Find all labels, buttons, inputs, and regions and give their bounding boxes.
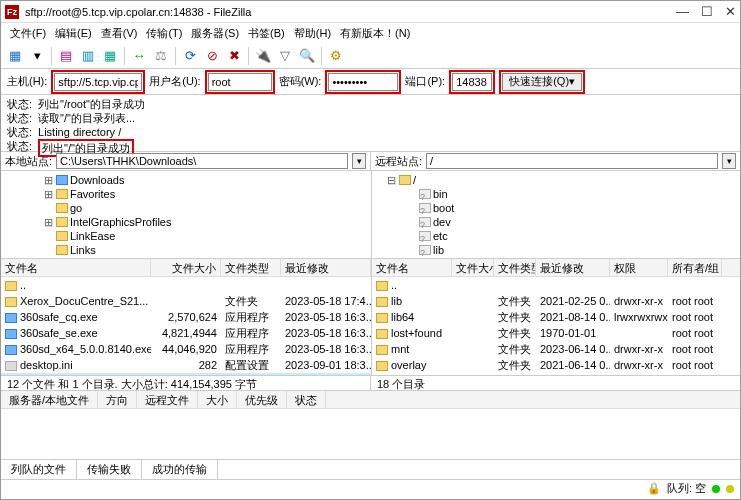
tree-item[interactable]: ⊞Favorites: [3, 187, 369, 201]
title-bar: Fz sftp://root@5.tcp.vip.cpolar.cn:14838…: [1, 1, 740, 23]
quickconnect-bar: 主机(H): 用户名(U): 密码(W): 端口(P): 快速连接(Q) ▾: [1, 69, 740, 95]
table-row[interactable]: lib文件夹2021-02-25 0...drwxr-xr-xroot root: [372, 293, 740, 309]
queue-header: 服务器/本地文件方向远程文件大小优先级状态: [1, 391, 740, 409]
remote-site-label: 远程站点:: [375, 154, 422, 169]
menu-view[interactable]: 查看(V): [98, 24, 141, 43]
toggle-tree-icon[interactable]: ▥: [78, 46, 98, 66]
local-path-dropdown[interactable]: ▾: [352, 153, 366, 169]
tab-failed[interactable]: 传输失败: [77, 460, 142, 479]
tree-item[interactable]: ⊞Downloads: [3, 173, 369, 187]
site-manager-icon[interactable]: ▦: [5, 46, 25, 66]
table-row[interactable]: lib64文件夹2021-08-14 0...lrwxrwxrwxroot ro…: [372, 309, 740, 325]
lock-icon: 🔒: [647, 482, 661, 495]
reconnect-icon[interactable]: 🔌: [253, 46, 273, 66]
remote-path-dropdown[interactable]: ▾: [722, 153, 736, 169]
table-row[interactable]: Xerox_DocuCentre_S21...文件夹2023-05-18 17:…: [1, 293, 371, 309]
remote-file-list[interactable]: ..lib文件夹2021-02-25 0...drwxr-xr-xroot ro…: [372, 277, 740, 375]
port-input[interactable]: [452, 73, 492, 91]
tree-item[interactable]: Links: [3, 243, 369, 257]
log-line: 读取"/"的目录列表...: [38, 111, 135, 125]
local-file-list[interactable]: ..Xerox_DocuCentre_S21...文件夹2023-05-18 1…: [1, 277, 371, 375]
menu-edit[interactable]: 编辑(E): [52, 24, 95, 43]
stop-icon[interactable]: ⊘: [202, 46, 222, 66]
sync-icon[interactable]: ↔: [129, 46, 149, 66]
table-row[interactable]: ..: [372, 277, 740, 293]
menu-bar: 文件(F) 编辑(E) 查看(V) 传输(T) 服务器(S) 书签(B) 帮助(…: [1, 23, 740, 43]
disconnect-icon[interactable]: ✖: [224, 46, 244, 66]
menu-server[interactable]: 服务器(S): [188, 24, 242, 43]
window-title: sftp://root@5.tcp.vip.cpolar.cn:14838 - …: [25, 6, 676, 18]
table-row[interactable]: overlay文件夹2021-06-14 0...drwxr-xr-xroot …: [372, 357, 740, 373]
tree-item[interactable]: LinkEase: [3, 229, 369, 243]
settings-icon[interactable]: ⚙: [326, 46, 346, 66]
dropdown-icon[interactable]: ▾: [27, 46, 47, 66]
menu-update[interactable]: 有新版本！(N): [337, 24, 413, 43]
status-bar: 🔒 队列: 空: [1, 479, 740, 497]
host-label: 主机(H):: [7, 74, 47, 89]
tree-item[interactable]: ?boot: [374, 201, 738, 215]
table-row[interactable]: mnt文件夹2023-06-14 0...drwxr-xr-xroot root: [372, 341, 740, 357]
pass-input[interactable]: [328, 73, 398, 91]
led-yellow: [726, 485, 734, 493]
table-row[interactable]: FileZilla_3.62.2_win64-se...11,905,648应用…: [1, 373, 371, 375]
local-pane: ⊞Downloads⊞Favoritesgo⊞IntelGraphicsProf…: [1, 171, 372, 375]
table-row[interactable]: ..: [1, 277, 371, 293]
log-line: Listing directory /: [38, 125, 121, 139]
remote-path-input[interactable]: [426, 153, 718, 169]
maximize-button[interactable]: ☐: [701, 4, 713, 19]
toggle-queue-icon[interactable]: ▦: [100, 46, 120, 66]
compare-icon[interactable]: ⚖: [151, 46, 171, 66]
table-row[interactable]: 360safe_se.exe4,821,4944应用程序2023-05-18 1…: [1, 325, 371, 341]
toggle-log-icon[interactable]: ▤: [56, 46, 76, 66]
remote-status: 18 个目录: [371, 376, 740, 390]
minimize-button[interactable]: —: [676, 4, 689, 19]
toolbar: ▦ ▾ ▤ ▥ ▦ ↔ ⚖ ⟳ ⊘ ✖ 🔌 ▽ 🔍 ⚙: [1, 43, 740, 69]
remote-tree[interactable]: ⊟/?bin?boot?dev?etc?lib?lib64: [372, 171, 740, 259]
menu-help[interactable]: 帮助(H): [291, 24, 334, 43]
local-list-header: 文件名文件大小文件类型最近修改: [1, 259, 371, 277]
tree-item[interactable]: ⊟/: [374, 173, 738, 187]
local-tree[interactable]: ⊞Downloads⊞Favoritesgo⊞IntelGraphicsProf…: [1, 171, 371, 259]
local-status: 12 个文件 和 1 个目录. 大小总计: 414,154,395 字节: [1, 376, 371, 390]
log-line: 列出"/root"的目录成功: [38, 97, 145, 111]
tree-item[interactable]: ⊞IntelGraphicsProfiles: [3, 215, 369, 229]
tree-item[interactable]: ?etc: [374, 229, 738, 243]
user-label: 用户名(U):: [149, 74, 200, 89]
refresh-icon[interactable]: ⟳: [180, 46, 200, 66]
pass-label: 密码(W):: [279, 74, 322, 89]
menu-transfer[interactable]: 传输(T): [143, 24, 185, 43]
queue-body[interactable]: [1, 409, 740, 459]
host-input[interactable]: [54, 73, 142, 91]
menu-bookmarks[interactable]: 书签(B): [245, 24, 288, 43]
queue-status: 队列: 空: [667, 481, 706, 496]
menu-file[interactable]: 文件(F): [7, 24, 49, 43]
table-row[interactable]: rom文件夹2023-06-14 0...drwxr-xr-xroot root: [372, 373, 740, 375]
tab-queued[interactable]: 列队的文件: [1, 460, 77, 479]
table-row[interactable]: 360sd_x64_5.0.0.8140.exe44,046,920应用程序20…: [1, 341, 371, 357]
led-green: [712, 485, 720, 493]
message-log: 状态:列出"/root"的目录成功 状态:读取"/"的目录列表... 状态:Li…: [1, 95, 740, 151]
user-input[interactable]: [208, 73, 272, 91]
quickconnect-button[interactable]: 快速连接(Q) ▾: [502, 73, 582, 91]
tree-item[interactable]: ?lib: [374, 243, 738, 257]
local-site-label: 本地站点:: [5, 154, 52, 169]
local-path-input[interactable]: [56, 153, 348, 169]
remote-list-header: 文件名文件大小文件类型最近修改权限所有者/组: [372, 259, 740, 277]
table-row[interactable]: lost+found文件夹1970-01-01root root: [372, 325, 740, 341]
remote-pane: ⊟/?bin?boot?dev?etc?lib?lib64 文件名文件大小文件类…: [372, 171, 740, 375]
table-row[interactable]: 360safe_cq.exe2,570,624应用程序2023-05-18 16…: [1, 309, 371, 325]
queue-tabs: 列队的文件 传输失败 成功的传输: [1, 459, 740, 479]
filter-icon[interactable]: ▽: [275, 46, 295, 66]
port-label: 端口(P):: [405, 74, 445, 89]
table-row[interactable]: desktop.ini282配置设置2023-09-01 18:3...: [1, 357, 371, 373]
tab-success[interactable]: 成功的传输: [142, 460, 218, 479]
tree-item[interactable]: ?dev: [374, 215, 738, 229]
app-icon: Fz: [5, 5, 19, 19]
tree-item[interactable]: ?bin: [374, 187, 738, 201]
tree-item[interactable]: go: [3, 201, 369, 215]
search-icon[interactable]: 🔍: [297, 46, 317, 66]
close-button[interactable]: ✕: [725, 4, 736, 19]
